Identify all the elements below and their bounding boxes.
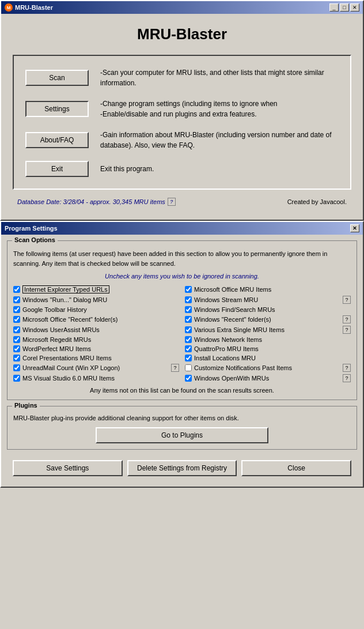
any-items-note: Any items not on this list can be found … [13, 387, 351, 394]
checkbox-item-regedit: Microsoft Regedit MRUs [13, 336, 179, 343]
dialog-content: Scan Options The following items (at use… [1, 235, 363, 487]
dialog-close-button[interactable]: ✕ [350, 224, 359, 232]
checkbox-item-network: Windows Network Items [185, 336, 351, 343]
checkbox-label-msoffice-mru: Microsoft Office MRU Items [194, 286, 271, 293]
checkbox-network[interactable] [185, 336, 192, 343]
checkbox-msoffice-mru[interactable] [185, 286, 192, 293]
checkbox-item-google-toolbar: Google Toolbar History [13, 306, 179, 313]
plugins-group-title: Plugins [12, 402, 40, 409]
created-by: Created by Javacool. [287, 198, 347, 205]
scan-row: Scan -Scan your computer for MRU lists, … [25, 67, 339, 88]
restore-button[interactable]: □ [340, 3, 349, 12]
scan-options-group: Scan Options The following items (at use… [7, 240, 357, 400]
db-date: Database Date: 3/28/04 - approx. 30,345 … [17, 198, 176, 206]
settings-row: Settings -Change program settings (inclu… [25, 99, 339, 119]
checkbox-label-unreadmail: UnreadMail Count (Win XP Logon) [22, 364, 120, 371]
checkbox-label-vs6: MS Visual Studio 6.0 MRU Items [22, 375, 115, 382]
checkbox-openwith[interactable] [185, 375, 192, 382]
checkbox-item-unreadmail: UnreadMail Count (Win XP Logon) ? [13, 364, 179, 372]
checkbox-windows-recent[interactable] [185, 316, 192, 323]
plugins-group: Plugins MRU-Blaster plug-ins provide add… [7, 406, 357, 450]
plugins-description: MRU-Blaster plug-ins provide additional … [13, 415, 351, 421]
plugins-btn-container: Go to Plugins [13, 427, 351, 443]
checkbox-corel-pres[interactable] [13, 355, 20, 361]
checkbox-item-run-dialog: Windows "Run..." Dialog MRU [13, 296, 179, 304]
settings-description: -Change program settings (including item… [100, 99, 278, 119]
checkbox-label-customize-notif: Customize Notifications Past Items [194, 364, 292, 371]
scan-button[interactable]: Scan [25, 70, 89, 86]
about-faq-description: -Gain information about MRU-Blaster (inc… [100, 130, 339, 150]
unreadmail-help-button[interactable]: ? [171, 364, 179, 372]
exit-description: Exit this program. [100, 164, 154, 174]
close-dialog-button[interactable]: Close [241, 460, 351, 476]
checkbox-label-windows-recent: Windows "Recent" folder(s) [194, 316, 271, 323]
main-content: MRU-Blaster Scan -Scan your computer for… [1, 14, 363, 220]
checkbox-stream-mru[interactable] [185, 296, 192, 303]
checkbox-item-install-locations: Install Locations MRU [185, 355, 351, 361]
checkbox-install-locations[interactable] [185, 355, 192, 361]
checkbox-item-vs6: MS Visual Studio 6.0 MRU Items [13, 374, 179, 382]
checkbox-office-recent[interactable] [13, 316, 20, 323]
dialog-footer: Save Settings Delete Settings from Regis… [7, 455, 357, 481]
main-panel: Scan -Scan your computer for MRU lists, … [13, 55, 351, 190]
checkbox-item-office-recent: Microsoft Office "Recent" folder(s) [13, 315, 179, 323]
checkbox-extra-single[interactable] [185, 326, 192, 333]
checkbox-label-wordperfect: WordPerfect MRU Items [22, 345, 91, 352]
main-title-bar: M MRU-Blaster _ □ ✕ [1, 1, 363, 14]
db-help-button[interactable]: ? [168, 198, 176, 206]
checkbox-label-quattropro: QuattroPro MRU Items [194, 345, 259, 352]
checkbox-label-extra-single: Various Extra Single MRU Items [194, 326, 285, 333]
checkbox-item-find-search: Windows Find/Search MRUs [185, 306, 351, 313]
windows-recent-help-button[interactable]: ? [343, 315, 351, 323]
extra-single-help-button[interactable]: ? [343, 326, 351, 334]
settings-button[interactable]: Settings [25, 101, 89, 117]
exit-button[interactable]: Exit [25, 161, 89, 177]
checkbox-item-stream-mru: Windows Stream MRU ? [185, 296, 351, 304]
dialog-title-bar: Program Settings ✕ [1, 222, 363, 235]
checkbox-run-dialog[interactable] [13, 296, 20, 303]
checkbox-label-openwith: Windows OpenWith MRUs [194, 375, 269, 382]
checkbox-customize-notif[interactable] [185, 364, 192, 371]
main-window-title: M MRU-Blaster [5, 3, 53, 12]
checkbox-quattropro[interactable] [185, 345, 192, 352]
checkbox-label-ie-urls: Internet Explorer Typed URLs [22, 285, 109, 293]
exit-row: Exit Exit this program. [25, 161, 339, 177]
program-settings-dialog: Program Settings ✕ Scan Options The foll… [0, 221, 364, 488]
checkbox-wordperfect[interactable] [13, 345, 20, 352]
minimize-button[interactable]: _ [329, 3, 339, 12]
main-window: M MRU-Blaster _ □ ✕ MRU-Blaster Scan -Sc… [0, 0, 364, 221]
go-to-plugins-button[interactable]: Go to Plugins [96, 427, 268, 443]
checkbox-label-userassist: Windows UserAssist MRUs [22, 326, 100, 333]
app-icon: M [5, 3, 13, 12]
about-faq-row: About/FAQ -Gain information about MRU-Bl… [25, 130, 339, 150]
checkbox-ie-urls[interactable] [13, 286, 20, 293]
checkbox-label-google-toolbar: Google Toolbar History [22, 306, 87, 313]
title-bar-buttons: _ □ ✕ [329, 3, 359, 12]
checkbox-label-office-recent: Microsoft Office "Recent" folder(s) [22, 316, 117, 323]
checkbox-item-corel-pres: Corel Presentations MRU Items [13, 355, 179, 361]
checkbox-item-extra-single: Various Extra Single MRU Items ? [185, 326, 351, 334]
checkbox-label-regedit: Microsoft Regedit MRUs [22, 336, 91, 343]
stream-mru-help-button[interactable]: ? [343, 296, 351, 304]
checkbox-item-wordperfect: WordPerfect MRU Items [13, 345, 179, 352]
checkbox-item-customize-notif: Customize Notifications Past Items ? [185, 364, 351, 372]
delete-settings-button[interactable]: Delete Settings from Registry [127, 460, 237, 476]
checkbox-item-quattropro: QuattroPro MRU Items [185, 345, 351, 352]
checkbox-unreadmail[interactable] [13, 364, 20, 371]
checkbox-item-userassist: Windows UserAssist MRUs [13, 326, 179, 334]
customize-notif-help-button[interactable]: ? [343, 364, 351, 372]
checkbox-item-windows-recent: Windows "Recent" folder(s) ? [185, 315, 351, 323]
checkbox-vs6[interactable] [13, 375, 20, 382]
checkbox-item-ie-urls: Internet Explorer Typed URLs [13, 285, 179, 293]
openwith-help-button[interactable]: ? [343, 374, 351, 382]
checkbox-google-toolbar[interactable] [13, 306, 20, 313]
checkbox-userassist[interactable] [13, 326, 20, 333]
app-title: MRU-Blaster [13, 25, 351, 43]
save-settings-button[interactable]: Save Settings [13, 460, 123, 476]
checkbox-label-stream-mru: Windows Stream MRU [194, 296, 258, 303]
about-faq-button[interactable]: About/FAQ [25, 132, 89, 148]
checkbox-find-search[interactable] [185, 306, 192, 313]
scan-description: -Scan your computer for MRU lists, and o… [100, 67, 339, 88]
checkbox-regedit[interactable] [13, 336, 20, 343]
close-button[interactable]: ✕ [350, 3, 359, 12]
